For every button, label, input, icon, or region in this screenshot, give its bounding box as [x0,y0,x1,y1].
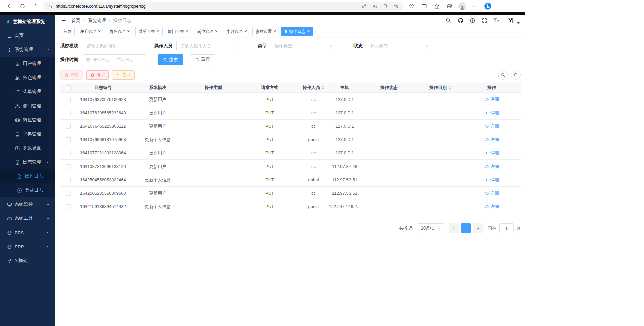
close-icon[interactable]: × [127,29,130,34]
password-key-icon[interactable] [362,4,367,9]
sidebar-item[interactable]: 用户管理 [0,57,55,71]
sidebar-item[interactable]: Yi框架 [0,254,55,268]
tab[interactable]: 角色管理 × [106,27,133,36]
row-checkbox[interactable] [66,204,71,209]
sidebar-item[interactable]: 岗位管理 [0,113,55,127]
sidebar-item[interactable]: 部门管理 [0,99,55,113]
date-range-picker[interactable]: 开始日期 - 结束日期 [83,54,146,65]
prev-page-button[interactable] [449,223,459,233]
next-page-button[interactable] [473,223,483,233]
sidebar-item[interactable]: 参数设置 [0,141,55,155]
operator-input[interactable] [176,41,240,51]
favorites-button[interactable] [430,1,443,11]
sidebar-item[interactable]: 操作日志 [0,169,55,183]
page-number-button[interactable]: 1 [461,223,471,233]
export-button[interactable]: 导出 [112,70,135,80]
sidebar-item-label: 系统监控 [15,201,33,207]
detail-link[interactable]: 详细 [484,110,499,116]
browser-profile-button[interactable] [456,1,469,11]
close-icon[interactable]: × [273,29,276,34]
tab[interactable]: 岗位管理 × [194,27,221,36]
sidebar-item[interactable]: 菜单管理 [0,85,55,99]
sidebar-item[interactable]: 角色管理 [0,71,55,85]
sort-caret[interactable] [448,86,451,90]
browser-back-button[interactable] [3,1,16,11]
close-icon[interactable]: × [98,29,101,34]
goto-page-input[interactable] [499,223,514,233]
bing-sidebar-button[interactable] [481,1,494,11]
close-icon[interactable]: × [156,29,159,34]
read-aloud-icon[interactable] [372,4,377,9]
browser-home-button[interactable] [29,1,42,11]
sidebar-item[interactable]: BBS [0,225,55,240]
row-checkbox[interactable] [66,137,71,142]
add-favorite-icon[interactable] [394,4,399,9]
sidebar-item[interactable]: 系统工具 [0,211,55,225]
detail-link[interactable]: 详细 [484,177,499,183]
user-avatar-menu[interactable]: Yj [506,16,520,26]
detail-link[interactable]: 详细 [484,204,499,210]
sidebar-item[interactable]: 登录日志 [0,183,55,197]
refresh-table-button[interactable] [511,70,521,80]
tab[interactable]: 首页 [60,27,75,36]
split-screen-button[interactable] [418,1,430,11]
type-select[interactable]: 操作类型 [271,41,336,51]
browser-refresh-button[interactable] [16,1,29,11]
tab[interactable]: 用户管理 × [77,27,104,36]
detail-link[interactable]: 详细 [484,150,499,156]
row-checkbox[interactable] [66,111,71,115]
sidebar-item[interactable]: 字典管理 [0,127,55,141]
breadcrumb-system[interactable]: 系统管理 [88,18,106,24]
text-size-icon[interactable] [494,18,499,23]
row-checkbox[interactable] [66,97,71,102]
app-logo[interactable]: 意框架管理系统 [0,15,55,28]
row-checkbox[interactable] [66,151,71,155]
close-icon[interactable]: × [307,29,310,34]
row-checkbox[interactable] [66,124,71,129]
breadcrumb-current: 操作日志 [113,18,131,24]
status-select[interactable]: 日志状态 [367,41,432,51]
fullscreen-icon[interactable] [482,18,487,23]
toggle-search-button[interactable] [498,70,508,80]
search-icon[interactable] [445,18,451,23]
close-icon[interactable]: × [215,29,218,34]
page-size-select[interactable]: 10条/页 [418,223,444,233]
detail-link[interactable]: 详细 [484,123,499,129]
close-icon[interactable]: × [186,29,189,34]
breadcrumb-home[interactable]: 首页 [71,18,80,24]
module-input[interactable] [83,41,146,51]
browser-essentials-button[interactable] [405,1,418,11]
close-icon[interactable]: × [244,29,247,34]
search-button[interactable]: 搜索 [158,54,183,65]
tab[interactable]: 部门管理 × [165,27,192,36]
sidebar-item[interactable]: 系统监控 [0,197,55,211]
clear-button[interactable]: 清空 [86,70,109,80]
address-bar[interactable]: https://ccnetcore.com:1101/system/log/op… [44,2,403,11]
help-icon[interactable] [470,18,475,23]
tab[interactable]: 菜单管理 × [135,27,162,36]
row-checkbox[interactable] [66,164,71,169]
detail-link[interactable]: 详细 [484,164,499,170]
detail-link[interactable]: 详细 [484,96,499,103]
github-icon[interactable] [458,18,463,23]
zoom-out-icon[interactable] [383,4,388,9]
sidebar-item[interactable]: 日志管理 [0,155,55,169]
collections-button[interactable] [443,1,456,11]
sidebar-item[interactable]: 系统管理 [0,43,55,57]
total-count: 共 9 条 [399,225,413,231]
reset-button[interactable]: 重置 [190,54,215,65]
browser-settings-button[interactable] [469,1,481,11]
sidebar-fold-icon[interactable] [60,17,66,24]
sidebar-item[interactable]: ERP [0,240,55,254]
row-checkbox[interactable] [66,178,71,182]
select-all-checkbox[interactable] [66,85,71,90]
detail-link[interactable]: 详细 [484,190,499,196]
tab[interactable]: 操作日志 × [281,27,313,36]
sort-caret[interactable] [322,86,324,90]
row-checkbox[interactable] [66,191,71,196]
detail-link[interactable]: 详细 [484,137,499,143]
tab[interactable]: 参数设置 × [252,27,279,36]
delete-button[interactable]: 删除 [60,70,83,80]
sidebar-item[interactable]: 首页 [0,28,55,43]
tab[interactable]: 字典管理 × [223,27,250,36]
